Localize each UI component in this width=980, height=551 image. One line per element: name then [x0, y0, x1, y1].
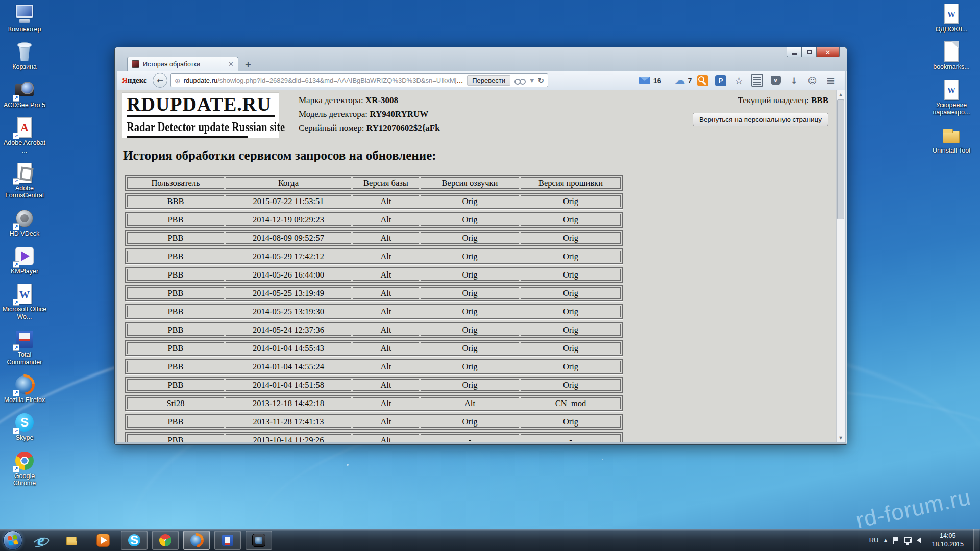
minimize-button[interactable]	[787, 47, 802, 57]
detector-info-label: Марка детектора:	[299, 95, 365, 105]
desktop-icon-total-commander[interactable]: ↗Total Commander	[2, 329, 47, 366]
total-commander-taskbar-button[interactable]	[214, 531, 241, 550]
window-titlebar[interactable]: ✕ История обработки ✕ +	[115, 47, 847, 71]
table-cell: PBB	[127, 342, 224, 354]
tab-history[interactable]: История обработки ✕	[127, 57, 238, 71]
table-cell: Alt	[353, 195, 419, 207]
scroll-down-icon[interactable]: ▼	[837, 434, 845, 442]
yandex-toolbar-button[interactable]: Яндекс	[122, 76, 150, 85]
desktop-icon-label: Ускорение параметро...	[928, 102, 975, 116]
yandex-key-icon[interactable]	[697, 75, 708, 86]
desktop-icon-formscentral[interactable]: ↗Adobe FormsCentral	[2, 162, 47, 199]
table-cell: 2013-12-18 14:42:18	[226, 397, 351, 409]
shortcut-arrow-icon: ↗	[13, 261, 19, 268]
table-cell: PBB	[127, 361, 224, 372]
show-desktop-button[interactable]	[973, 529, 979, 551]
shortcut-arrow-icon: ↗	[13, 95, 19, 102]
table-cell: PBB	[127, 379, 224, 391]
desktop-icon-acdsee[interactable]: ↗ACDSee Pro 5	[2, 79, 47, 109]
shortcut-arrow-icon: ↗	[13, 133, 19, 139]
clock[interactable]: 14:05 18.10.2015	[927, 532, 968, 549]
site-logo[interactable]: RDUPDATE.RU Radar Detector update Russia…	[122, 92, 279, 138]
table-header-cell: Версия базы	[353, 177, 419, 189]
desktop-icon-vdeck[interactable]: ↗HD VDeck	[2, 208, 47, 237]
table-cell: Orig	[421, 251, 519, 262]
table-cell: 2014-05-25 13:19:30	[226, 306, 351, 317]
pocket-icon[interactable]	[768, 73, 783, 87]
desktop-icon-skype[interactable]: ↗Skype	[2, 412, 47, 441]
shortcut-arrow-icon: ↗	[13, 299, 19, 306]
shortcut-arrow-icon: ↗	[13, 428, 19, 434]
chat-icon[interactable]	[804, 73, 820, 87]
desktop-icon-folder[interactable]: Uninstall Tool	[928, 124, 975, 154]
page-heading: История обработки сервисом запросов на о…	[123, 148, 436, 163]
menu-icon[interactable]	[823, 73, 839, 87]
table-cell: Alt	[353, 214, 419, 226]
start-button[interactable]	[3, 531, 22, 550]
table-cell: Orig	[421, 232, 519, 244]
desktop-icon-computer[interactable]: Компьютер	[2, 3, 47, 33]
chrome-taskbar-button[interactable]	[152, 531, 179, 550]
desktop-icon-acrobat[interactable]: ↗Adobe Acrobat ...	[2, 117, 47, 154]
yandex-disk-button[interactable]: ☁ 7	[675, 75, 692, 86]
desktop-icon-firefox[interactable]: ↗Mozilla Firefox	[2, 374, 47, 404]
table-cell: Alt	[353, 416, 419, 428]
volume-icon[interactable]	[917, 537, 921, 543]
download-icon[interactable]	[786, 73, 802, 87]
owner-line: Текущий владелец: BBB	[738, 95, 829, 106]
desktop-icon-word[interactable]: ↗Microsoft Office Wo...	[2, 283, 47, 320]
shortcut-arrow-icon: ↗	[13, 223, 19, 230]
new-tab-button[interactable]: +	[241, 59, 255, 70]
table-cell: Orig	[421, 195, 519, 207]
maximize-button[interactable]	[802, 47, 816, 57]
table-cell: Alt	[353, 287, 419, 299]
desktop-icon-kmplayer[interactable]: ↗KMPlayer	[2, 245, 47, 275]
table-cell: Orig	[521, 342, 621, 354]
detector-info-line: Серийный номер: RY12070602$2{aFk	[299, 123, 440, 133]
table-cell: 2015-07-22 11:53:51	[226, 195, 351, 207]
desktop-icon-recycle-bin[interactable]: Корзина	[2, 41, 47, 70]
reader-glasses-icon[interactable]	[513, 78, 527, 84]
folder-taskbar-button[interactable]	[59, 531, 85, 550]
punto-switcher-icon[interactable]	[715, 75, 726, 86]
taskbar: RU ▲ 14:05 18.10.2015	[0, 529, 980, 551]
table-cell: -	[421, 434, 519, 442]
media-player-icon	[95, 533, 111, 548]
desktop-icon-text-doc[interactable]: bookmarks...	[928, 41, 975, 70]
hidden-icons-chevron-icon[interactable]: ▲	[884, 538, 888, 543]
caption-buttons: ✕	[787, 47, 840, 57]
skype-taskbar-button[interactable]	[121, 531, 148, 550]
table-cell: PBB	[127, 269, 224, 281]
url-bar[interactable]: ⊕ rdupdate.ru/showlog.php?id=26829&did=6…	[170, 73, 548, 87]
scroll-up-icon[interactable]: ▲	[837, 90, 845, 99]
table-cell: Orig	[521, 269, 621, 281]
desktop-icon-chrome[interactable]: ↗Google Chrome	[2, 450, 47, 487]
reload-icon[interactable]: ↻	[537, 76, 544, 85]
close-button[interactable]: ✕	[816, 47, 840, 57]
star-icon[interactable]	[731, 73, 747, 87]
media-player-taskbar-button[interactable]	[90, 531, 116, 550]
back-button[interactable]: ←	[153, 73, 167, 88]
language-indicator[interactable]: RU	[869, 536, 879, 544]
computer-icon	[14, 3, 35, 24]
table-cell: Orig	[421, 379, 519, 391]
table-cell: Orig	[421, 416, 519, 428]
desktop-icon-word-doc[interactable]: ОДНОКЛ...	[928, 3, 975, 33]
dropdown-caret-icon[interactable]: ▼	[530, 77, 534, 84]
site-identity-icon[interactable]: ⊕	[175, 77, 181, 85]
translate-button[interactable]: Перевести	[467, 75, 510, 86]
desktop: КомпьютерКорзина↗ACDSee Pro 5↗Adobe Acro…	[0, 0, 980, 551]
desktop-icon-word-doc[interactable]: Ускорение параметро...	[928, 79, 975, 116]
action-center-flag-icon[interactable]	[892, 537, 899, 544]
scrollbar-thumb[interactable]	[837, 99, 844, 219]
tab-close-icon[interactable]: ✕	[228, 60, 234, 68]
vertical-scrollbar[interactable]: ▲ ▼	[836, 90, 845, 442]
return-button[interactable]: Вернуться на персональную страницу	[693, 113, 828, 126]
reading-list-icon[interactable]	[749, 73, 765, 87]
image-viewer-taskbar-button[interactable]	[246, 531, 272, 550]
browser-navbar: Яндекс ← ⊕ rdupdate.ru/showlog.php?id=26…	[117, 71, 845, 90]
table-row: PBB2013-10-14 11:29:26Alt--	[125, 432, 623, 442]
yandex-mail-button[interactable]: 16	[639, 77, 662, 85]
ie-taskbar-button[interactable]	[28, 531, 54, 550]
firefox-taskbar-button[interactable]	[183, 531, 210, 550]
